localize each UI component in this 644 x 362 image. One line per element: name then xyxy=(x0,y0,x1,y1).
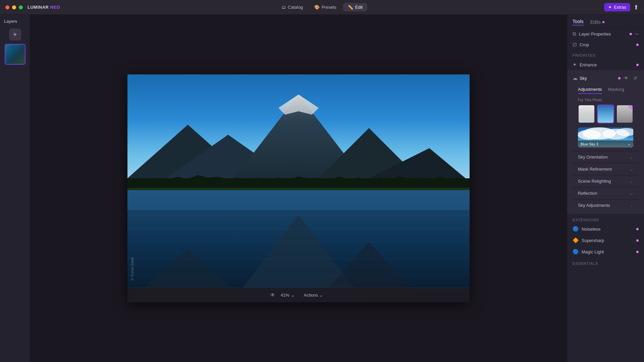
sky-reset-button[interactable]: ↺ xyxy=(632,75,639,81)
noiseless-item[interactable]: 🔵 Noiseless xyxy=(567,223,644,235)
actions-chevron-icon: ⌄ xyxy=(319,293,323,298)
bottom-bar: 👁 41% ⌄ Actions ⌄ xyxy=(127,288,470,302)
for-this-photo-label: For This Photo xyxy=(573,96,639,103)
main-layout: Layers + xyxy=(0,15,644,362)
edits-badge xyxy=(602,21,604,23)
scene-relighting-row[interactable]: Scene Relighting ⌄ xyxy=(573,175,639,187)
sky-orientation-row[interactable]: Sky Orientation ⌄ xyxy=(573,151,639,163)
noiseless-icon: 🔵 xyxy=(573,226,579,232)
magic-light-label: Magic Light xyxy=(582,249,634,254)
catalog-nav-btn[interactable]: 🗂 Catalog xyxy=(277,3,308,11)
favorites-header: Favorites xyxy=(573,53,595,57)
sky-icon: ☁ xyxy=(573,75,578,81)
catalog-icon: 🗂 xyxy=(281,5,286,10)
mask-refinement-chevron-icon: ⌄ xyxy=(630,167,633,172)
share-icon: ⬆ xyxy=(634,4,639,11)
close-button[interactable] xyxy=(5,5,9,9)
actions-label: Actions xyxy=(304,293,318,298)
tools-header: Tools Edits xyxy=(567,15,644,28)
sky-orientation-chevron-icon: ⌄ xyxy=(630,155,633,160)
sky-badge xyxy=(618,77,621,79)
magic-light-badge xyxy=(636,251,639,253)
presets-nav-btn[interactable]: 🎨 Presets xyxy=(310,3,341,11)
layer-properties-label: Layer Properties xyxy=(579,32,627,37)
crop-label: Crop xyxy=(580,42,634,47)
titlebar: LUMINAR NEO 🗂 Catalog 🎨 Presets ✏️ Edit … xyxy=(0,0,644,15)
sky-selector-label: Blue Sky 3 ⌄ xyxy=(578,140,633,147)
svg-rect-31 xyxy=(127,190,470,210)
magic-light-icon: 🔵 xyxy=(573,249,579,255)
copyright-text: © Curve Geek xyxy=(130,257,134,281)
mask-refinement-row[interactable]: Mask Refinement ⌄ xyxy=(573,163,639,175)
sky-selector-name: Blue Sky 3 xyxy=(581,142,598,146)
tab-adjustments[interactable]: Adjustments xyxy=(578,85,602,94)
sky-label: Sky xyxy=(580,76,616,81)
sky-selector-card[interactable]: Blue Sky 3 ⌄ xyxy=(578,127,633,147)
layer-properties-badge xyxy=(630,33,632,35)
tab-tools[interactable]: Tools xyxy=(573,19,584,25)
extensions-header: Extensions xyxy=(567,214,644,223)
clouds-layer xyxy=(127,74,470,193)
noiseless-badge xyxy=(636,228,639,230)
crop-badge xyxy=(636,44,639,46)
edits-label: Edits xyxy=(590,19,601,25)
canvas-area: © Curve Geek 👁 41% ⌄ Actions ⌄ xyxy=(30,15,567,362)
zoom-display[interactable]: 41% ⌄ xyxy=(281,293,294,298)
sky-thumb-1[interactable] xyxy=(578,105,595,123)
sky-selector-chevron-icon: ⌄ xyxy=(628,142,631,146)
noiseless-label: Noiseless xyxy=(582,227,634,232)
app-logo-accent: NEO xyxy=(50,5,60,10)
eye-icon: 👁 xyxy=(624,75,629,81)
supersharp-badge xyxy=(636,239,639,242)
svg-rect-21 xyxy=(127,190,470,302)
layer-properties-item[interactable]: ⧉ Layer Properties ••• xyxy=(567,28,644,39)
sky-visibility-button[interactable]: 👁 xyxy=(623,75,630,81)
sky-thumb-2-image xyxy=(598,105,613,123)
edit-icon: ✏️ xyxy=(348,5,353,10)
catalog-label: Catalog xyxy=(288,5,303,10)
magic-light-item[interactable]: 🔵 Magic Light xyxy=(567,246,644,257)
titlebar-nav: 🗂 Catalog 🎨 Presets ✏️ Edit xyxy=(277,3,367,11)
enhance-badge xyxy=(636,64,639,66)
crop-icon: ⊡ xyxy=(573,42,577,48)
zoom-chevron-icon: ⌄ xyxy=(291,293,294,298)
zoom-label: 41% xyxy=(281,293,289,298)
presets-label: Presets xyxy=(322,5,336,10)
extras-icon: ✦ xyxy=(608,5,612,10)
sky-adjustments-row[interactable]: Sky Adjustments ⌄ xyxy=(573,199,639,211)
traffic-lights xyxy=(5,5,23,9)
sky-thumb-1-image xyxy=(579,105,594,123)
extras-button[interactable]: ✦ Extras xyxy=(604,3,630,11)
supersharp-icon: 🔶 xyxy=(573,237,579,243)
svg-point-6 xyxy=(265,84,312,105)
edit-nav-btn[interactable]: ✏️ Edit xyxy=(343,3,367,11)
plus-icon: + xyxy=(13,31,17,39)
maximize-button[interactable] xyxy=(19,5,23,9)
sky-thumb-2[interactable] xyxy=(597,105,614,123)
layers-panel: Layers + xyxy=(0,15,30,362)
eye-icon: 👁 xyxy=(270,292,275,298)
layer-thumbnail-image xyxy=(5,45,25,64)
add-layer-button[interactable]: + xyxy=(9,28,21,41)
layer-thumbnail[interactable] xyxy=(5,44,25,65)
share-button[interactable]: ⬆ xyxy=(634,4,639,11)
reset-icon: ↺ xyxy=(633,75,637,81)
scene-relighting-chevron-icon: ⌄ xyxy=(630,179,633,184)
reflection-row[interactable]: Reflection ⌄ xyxy=(573,187,639,199)
sky-tabs: Adjustments Masking xyxy=(573,83,639,96)
svg-point-10 xyxy=(141,105,181,124)
actions-button[interactable]: Actions ⌄ xyxy=(300,291,327,299)
minimize-button[interactable] xyxy=(12,5,16,9)
sky-thumb-3[interactable]: 🛒 xyxy=(616,105,633,123)
mask-refinement-label: Mask Refinement xyxy=(578,167,630,172)
sky-thumbnails: 🛒 xyxy=(573,103,639,126)
sky-header: ☁ Sky 👁 ↺ xyxy=(573,73,639,83)
crop-item[interactable]: ⊡ Crop xyxy=(567,39,644,50)
tab-edits[interactable]: Edits xyxy=(590,19,604,25)
tab-masking[interactable]: Masking xyxy=(608,85,624,94)
presets-icon: 🎨 xyxy=(314,5,320,10)
enhance-item[interactable]: ✦ Enhance xyxy=(567,59,644,70)
supersharp-item[interactable]: 🔶 Supersharp xyxy=(567,235,644,246)
view-icon-button[interactable]: 👁 xyxy=(270,292,275,298)
reflection-label: Reflection xyxy=(578,191,630,196)
